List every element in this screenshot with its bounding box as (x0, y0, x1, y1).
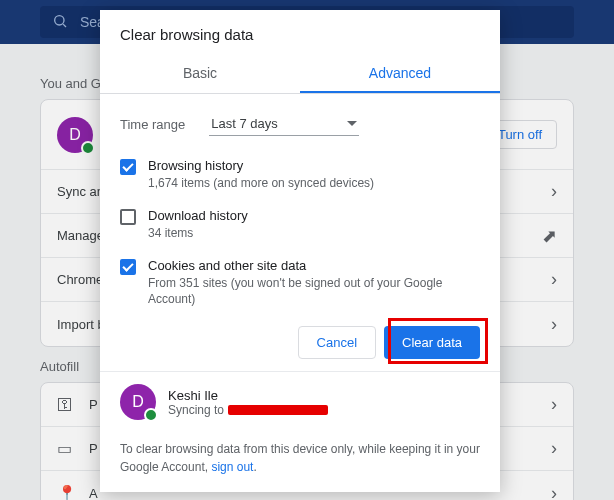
tab-basic[interactable]: Basic (100, 55, 300, 93)
dialog-buttons: Cancel Clear data (100, 314, 500, 371)
cancel-button[interactable]: Cancel (298, 326, 376, 359)
redacted-email (228, 405, 328, 415)
option-row: Cookies and other site data From 351 sit… (120, 250, 480, 314)
option-title: Download history (148, 208, 248, 223)
checkbox[interactable] (120, 159, 136, 175)
user-name: Keshi Ile (168, 388, 328, 403)
checkbox[interactable] (120, 259, 136, 275)
option-title: Cookies and other site data (148, 258, 480, 273)
option-subtitle: From 351 sites (you won't be signed out … (148, 275, 480, 309)
option-row: Download history 34 items (120, 200, 480, 250)
dialog-title: Clear browsing data (100, 10, 500, 55)
clear-data-button[interactable]: Clear data (384, 326, 480, 359)
time-range-row: Time range Last 7 days (120, 106, 480, 150)
sync-status: Syncing to (168, 403, 328, 417)
sign-out-link[interactable]: sign out (211, 460, 253, 474)
avatar: D (120, 384, 156, 420)
signout-note: To clear browsing data from this device … (100, 432, 500, 492)
tab-advanced[interactable]: Advanced (300, 55, 500, 93)
sync-user-section: D Keshi Ile Syncing to (100, 371, 500, 432)
checkbox[interactable] (120, 209, 136, 225)
option-subtitle: 34 items (148, 225, 248, 242)
clear-browsing-data-dialog: Clear browsing data Basic Advanced Time … (100, 10, 500, 492)
tabs: Basic Advanced (100, 55, 500, 94)
time-range-select[interactable]: Last 7 days (209, 112, 359, 136)
options-scroll[interactable]: Time range Last 7 days Browsing history … (100, 94, 500, 314)
sync-badge-icon (144, 408, 158, 422)
option-subtitle: 1,674 items (and more on synced devices) (148, 175, 374, 192)
option-row: Browsing history 1,674 items (and more o… (120, 150, 480, 200)
time-range-label: Time range (120, 117, 185, 132)
dropdown-icon (347, 121, 357, 126)
option-title: Browsing history (148, 158, 374, 173)
